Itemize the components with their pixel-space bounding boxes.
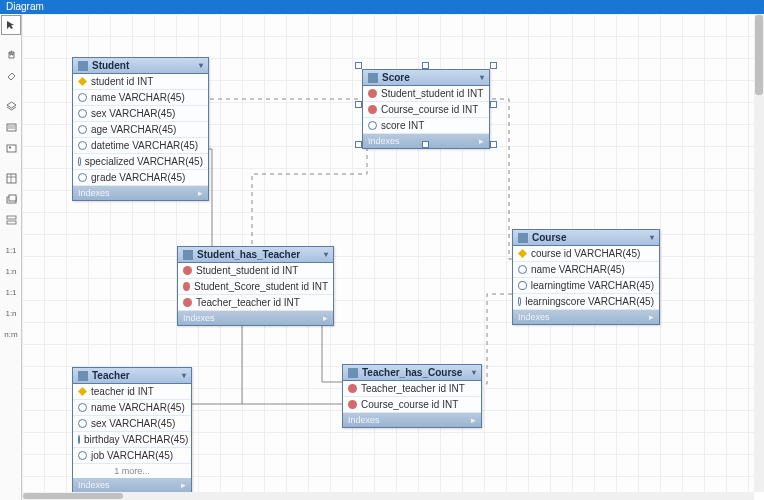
entity-header[interactable]: Student_has_Teacher ▾ — [178, 247, 333, 263]
rel-11-tool[interactable]: 1:1 — [1, 240, 21, 260]
column-label: name VARCHAR(45) — [91, 402, 185, 413]
column-row[interactable]: sex VARCHAR(45) — [73, 416, 191, 432]
column-icon — [78, 435, 80, 444]
key-icon — [78, 77, 87, 86]
chevron-right-icon: ▸ — [479, 136, 484, 146]
entity-indexes[interactable]: Indexes▸ — [73, 478, 191, 492]
column-row[interactable]: Course_course id INT — [363, 102, 489, 118]
column-row[interactable]: grade VARCHAR(45) — [73, 170, 208, 186]
column-row[interactable]: teacher id INT — [73, 384, 191, 400]
column-row[interactable]: Student_student id INT — [363, 86, 489, 102]
column-icon — [518, 281, 527, 290]
column-row[interactable]: Teacher_teacher id INT — [178, 295, 333, 311]
key-icon — [78, 387, 87, 396]
column-row[interactable]: score INT — [363, 118, 489, 134]
column-label: learningscore VARCHAR(45) — [525, 296, 654, 307]
column-row[interactable]: sex VARCHAR(45) — [73, 106, 208, 122]
entity-indexes[interactable]: Indexes▸ — [343, 413, 481, 427]
column-icon — [368, 121, 377, 130]
entity-more-link[interactable]: 1 more... — [73, 464, 191, 478]
column-icon — [78, 403, 87, 412]
chevron-right-icon: ▸ — [198, 188, 203, 198]
routine-tool[interactable] — [1, 210, 21, 230]
foreign-key-icon — [348, 400, 357, 409]
entity-header[interactable]: Teacher_has_Course ▾ — [343, 365, 481, 381]
entity-title: Teacher_has_Course — [362, 367, 462, 378]
entity-header[interactable]: Teacher ▾ — [73, 368, 191, 384]
column-row[interactable]: name VARCHAR(45) — [513, 262, 659, 278]
chevron-down-icon[interactable]: ▾ — [182, 371, 186, 380]
entity-score[interactable]: Score ▾ Student_student id INTCourse_cou… — [362, 69, 490, 149]
column-row[interactable]: student id INT — [73, 74, 208, 90]
eraser-tool[interactable] — [1, 66, 21, 86]
chevron-down-icon[interactable]: ▾ — [199, 61, 203, 70]
entity-header[interactable]: Score ▾ — [363, 70, 489, 86]
indexes-label: Indexes — [368, 136, 400, 146]
entity-header[interactable]: Course ▾ — [513, 230, 659, 246]
column-label: birthday VARCHAR(45) — [84, 434, 188, 445]
scroll-thumb[interactable] — [755, 15, 763, 95]
entity-indexes[interactable]: Indexes▸ — [513, 310, 659, 324]
indexes-label: Indexes — [348, 415, 380, 425]
column-row[interactable]: name VARCHAR(45) — [73, 400, 191, 416]
entity-columns: Student_student id INTStudent_Score_stud… — [178, 263, 333, 311]
column-icon — [78, 157, 81, 166]
chevron-down-icon[interactable]: ▾ — [650, 233, 654, 242]
vertical-scrollbar[interactable] — [754, 14, 764, 492]
column-label: Student_student id INT — [196, 265, 298, 276]
column-label: datetime VARCHAR(45) — [91, 140, 198, 151]
column-row[interactable]: Student_student id INT — [178, 263, 333, 279]
table-tool[interactable] — [1, 168, 21, 188]
layer-tool[interactable] — [1, 96, 21, 116]
column-icon — [78, 141, 87, 150]
entity-teacher[interactable]: Teacher ▾ teacher id INTname VARCHAR(45)… — [72, 367, 192, 492]
note-tool[interactable] — [1, 117, 21, 137]
column-row[interactable]: job VARCHAR(45) — [73, 448, 191, 464]
horizontal-scrollbar[interactable] — [22, 492, 754, 500]
column-row[interactable]: birthday VARCHAR(45) — [73, 432, 191, 448]
svg-rect-7 — [7, 221, 16, 224]
column-row[interactable]: Teacher_teacher id INT — [343, 381, 481, 397]
entity-columns: Student_student id INTCourse_course id I… — [363, 86, 489, 134]
image-tool[interactable] — [1, 138, 21, 158]
column-row[interactable]: Course_course id INT — [343, 397, 481, 413]
chevron-down-icon[interactable]: ▾ — [324, 250, 328, 259]
entity-student[interactable]: Student ▾ student id INTname VARCHAR(45)… — [72, 57, 209, 201]
entity-title: Course — [532, 232, 566, 243]
chevron-down-icon[interactable]: ▾ — [480, 73, 484, 82]
column-row[interactable]: datetime VARCHAR(45) — [73, 138, 208, 154]
foreign-key-icon — [183, 282, 190, 291]
diagram-canvas[interactable]: Student ▾ student id INTname VARCHAR(45)… — [22, 14, 754, 492]
hand-tool[interactable] — [1, 45, 21, 65]
entity-student-has-teacher[interactable]: Student_has_Teacher ▾ Student_student id… — [177, 246, 334, 326]
column-row[interactable]: learningscore VARCHAR(45) — [513, 294, 659, 310]
entity-header[interactable]: Student ▾ — [73, 58, 208, 74]
chevron-down-icon[interactable]: ▾ — [472, 368, 476, 377]
column-row[interactable]: age VARCHAR(45) — [73, 122, 208, 138]
column-label: Teacher_teacher id INT — [361, 383, 465, 394]
rel-11b-tool[interactable]: 1:1 — [1, 282, 21, 302]
entity-teacher-has-course[interactable]: Teacher_has_Course ▾ Teacher_teacher id … — [342, 364, 482, 428]
table-icon — [348, 368, 358, 378]
rel-nm-tool[interactable]: n:m — [1, 324, 21, 344]
scroll-thumb[interactable] — [23, 493, 123, 499]
svg-rect-3 — [7, 174, 16, 183]
entity-indexes[interactable]: Indexes▸ — [178, 311, 333, 325]
column-row[interactable]: name VARCHAR(45) — [73, 90, 208, 106]
column-label: specialized VARCHAR(45) — [85, 156, 203, 167]
rel-1n-tool[interactable]: 1:n — [1, 261, 21, 281]
column-row[interactable]: Student_Score_student id INT — [178, 279, 333, 295]
pointer-tool[interactable] — [1, 15, 21, 35]
entity-indexes[interactable]: Indexes▸ — [363, 134, 489, 148]
column-row[interactable]: specialized VARCHAR(45) — [73, 154, 208, 170]
entity-title: Score — [382, 72, 410, 83]
entity-columns: teacher id INTname VARCHAR(45)sex VARCHA… — [73, 384, 191, 464]
rel-1nb-tool[interactable]: 1:n — [1, 303, 21, 323]
entity-indexes[interactable]: Indexes▸ — [73, 186, 208, 200]
column-row[interactable]: course id VARCHAR(45) — [513, 246, 659, 262]
column-row[interactable]: learningtime VARCHAR(45) — [513, 278, 659, 294]
entity-course[interactable]: Course ▾ course id VARCHAR(45)name VARCH… — [512, 229, 660, 325]
view-tool[interactable] — [1, 189, 21, 209]
column-icon — [518, 297, 521, 306]
indexes-label: Indexes — [78, 188, 110, 198]
